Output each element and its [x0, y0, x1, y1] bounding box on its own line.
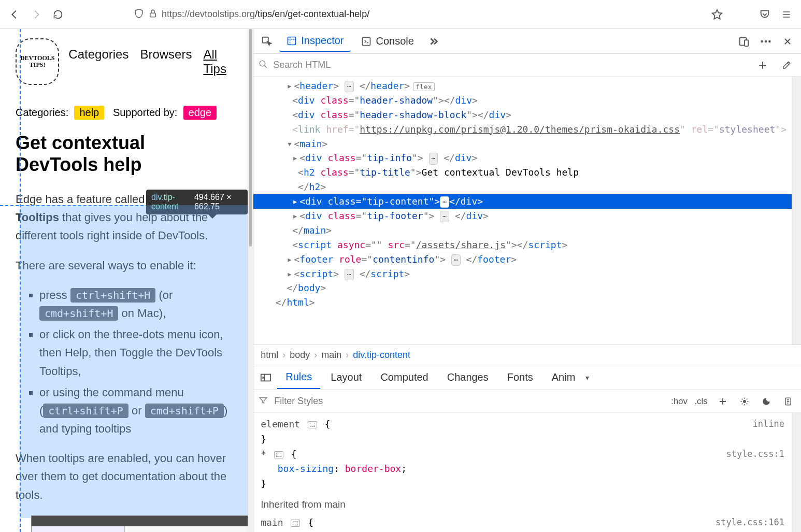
browser-toolbar: https://devtoolstips.org/tips/en/get-con…: [0, 0, 801, 29]
nav-categories[interactable]: Categories: [68, 47, 128, 76]
light-scheme-icon[interactable]: [737, 394, 752, 409]
tab-inspector[interactable]: Inspector: [279, 31, 351, 52]
site-nav: Categories Browsers All Tips: [68, 47, 232, 76]
tab-computed[interactable]: Computed: [372, 366, 436, 389]
url-text: https://devtoolstips.org/tips/en/get-con…: [162, 9, 369, 20]
dom-scrollbar[interactable]: [792, 77, 801, 344]
forward-button[interactable]: [28, 6, 45, 23]
svg-point-8: [768, 40, 771, 42]
tab-layout[interactable]: Layout: [322, 366, 370, 389]
search-html-input[interactable]: [273, 60, 748, 70]
eyedropper-icon[interactable]: [777, 56, 796, 75]
dom-selected-node[interactable]: ▸<div class="tip-content">⋯</div>: [253, 194, 792, 209]
element-picker-icon[interactable]: [258, 32, 276, 51]
devtools-close-icon[interactable]: [778, 32, 797, 51]
reload-button[interactable]: [50, 6, 66, 23]
tab-console[interactable]: Console: [354, 31, 421, 51]
app-menu-icon[interactable]: [778, 6, 795, 23]
tabs-overflow-icon[interactable]: [424, 32, 443, 51]
chip-help[interactable]: help: [74, 106, 104, 120]
embedded-screenshot: Debugger: [31, 515, 248, 532]
breadcrumb[interactable]: html› body› main› div.tip-content: [253, 344, 801, 365]
site-logo[interactable]: DEVTOOLSTIPS!: [16, 38, 59, 85]
tab-animations[interactable]: Anim: [543, 366, 584, 389]
tip-meta: Categories: help Supported by: edge: [0, 90, 248, 120]
search-icon: [259, 60, 268, 70]
page-title: Get contextual DevTools help: [0, 120, 248, 180]
new-rule-icon[interactable]: [715, 394, 731, 409]
lock-icon: [148, 9, 158, 20]
bookmark-star-icon[interactable]: [709, 6, 725, 23]
toggle-3pane-icon[interactable]: [256, 368, 275, 387]
back-button[interactable]: [6, 6, 23, 23]
tip-content: Edge has a feature called the DevTools T…: [0, 180, 248, 532]
pocket-icon[interactable]: [756, 6, 773, 23]
svg-rect-5: [745, 40, 748, 46]
webpage-viewport[interactable]: DEVTOOLSTIPS! Categories Browsers All Ti…: [0, 29, 248, 532]
devtools-menu-icon[interactable]: [756, 32, 775, 51]
shield-icon: [134, 8, 144, 20]
cls-toggle[interactable]: .cls: [693, 394, 709, 409]
page-scrollbar[interactable]: [248, 29, 253, 532]
responsive-mode-icon[interactable]: [735, 32, 753, 51]
filter-styles-input[interactable]: [274, 396, 665, 407]
print-media-icon[interactable]: [780, 394, 796, 409]
styles-tabs: Rules Layout Computed Changes Fonts Anim…: [253, 365, 801, 390]
svg-rect-0: [150, 13, 156, 17]
svg-point-11: [743, 400, 746, 403]
chip-edge[interactable]: edge: [183, 106, 217, 120]
hov-toggle[interactable]: :hov: [671, 394, 687, 409]
filter-icon: [259, 396, 268, 407]
nav-browsers[interactable]: Browsers: [140, 47, 192, 76]
svg-rect-2: [288, 37, 296, 45]
tab-fonts[interactable]: Fonts: [499, 366, 541, 389]
svg-point-6: [761, 40, 763, 42]
tab-changes[interactable]: Changes: [439, 366, 497, 389]
add-node-icon[interactable]: [753, 56, 772, 75]
svg-point-7: [765, 40, 767, 42]
address-bar[interactable]: https://devtoolstips.org/tips/en/get-con…: [71, 8, 704, 20]
highlight-tooltip: div.tip-content 494.667 × 662.75: [146, 190, 248, 214]
tab-rules[interactable]: Rules: [277, 366, 320, 389]
svg-point-9: [260, 61, 265, 66]
nav-alltips[interactable]: All Tips: [203, 47, 232, 76]
rules-scrollbar[interactable]: [792, 413, 801, 532]
dark-scheme-icon[interactable]: [759, 394, 774, 409]
devtools-panel: Inspector Console ▸<header> ⋯ </header>f…: [253, 29, 801, 532]
css-rules[interactable]: element {inline } * {style.css:1 box-siz…: [253, 413, 792, 532]
dom-tree[interactable]: ▸<header> ⋯ </header>flex <div class="he…: [253, 77, 792, 344]
